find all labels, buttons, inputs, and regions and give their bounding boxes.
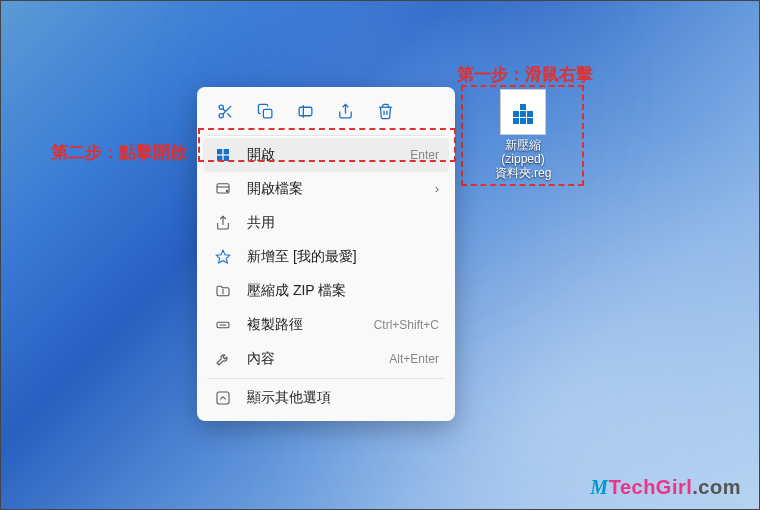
openwith-icon [213, 179, 233, 199]
step2-annotation: 第二步：點擊開啟 [51, 141, 187, 164]
menu-shortcut: Ctrl+Shift+C [374, 318, 439, 332]
svg-point-14 [226, 190, 227, 191]
menu-item-more[interactable]: 顯示其他選項 [203, 381, 449, 415]
menu-label: 新增至 [我的最愛] [247, 248, 439, 266]
copy-button[interactable] [247, 95, 283, 127]
menu-label: 共用 [247, 214, 439, 232]
watermark: MTechGirl.com [590, 476, 741, 499]
menu-item-properties[interactable]: 內容 Alt+Enter [203, 342, 449, 376]
trash-icon [377, 103, 394, 120]
menu-shortcut: Enter [410, 148, 439, 162]
context-menu: 開啟 Enter 開啟檔案 › 共用 新增至 [我的最愛] 壓縮成 ZIP 檔案… [197, 87, 455, 421]
share-icon [337, 103, 354, 120]
desktop-file-reg[interactable]: 新壓縮 (zipped) 資料夾.reg [471, 89, 575, 180]
reg-file-icon [500, 89, 546, 135]
rename-icon [297, 103, 314, 120]
menu-label: 開啟 [247, 146, 410, 164]
svg-line-3 [227, 113, 231, 117]
svg-rect-8 [217, 149, 222, 154]
star-icon [213, 247, 233, 267]
svg-line-4 [222, 108, 225, 111]
svg-rect-6 [299, 107, 312, 116]
context-toolbar [203, 93, 449, 133]
delete-button[interactable] [367, 95, 403, 127]
svg-point-1 [219, 113, 223, 117]
svg-rect-10 [217, 156, 222, 161]
share-menu-icon [213, 213, 233, 233]
folder-zip-icon [213, 281, 233, 301]
menu-label: 複製路徑 [247, 316, 374, 334]
menu-item-copypath[interactable]: 複製路徑 Ctrl+Shift+C [203, 308, 449, 342]
menu-label: 壓縮成 ZIP 檔案 [247, 282, 439, 300]
path-icon [213, 315, 233, 335]
rename-button[interactable] [287, 95, 323, 127]
svg-rect-11 [224, 156, 229, 161]
svg-rect-20 [217, 392, 229, 404]
step1-annotation: 第一步：滑鼠右擊 [457, 63, 593, 86]
menu-label: 開啟檔案 [247, 180, 435, 198]
svg-rect-5 [263, 109, 272, 118]
menu-item-openwith[interactable]: 開啟檔案 › [203, 172, 449, 206]
menu-shortcut: Alt+Enter [389, 352, 439, 366]
file-label: 新壓縮 (zipped) 資料夾.reg [495, 138, 552, 180]
menu-item-favorites[interactable]: 新增至 [我的最愛] [203, 240, 449, 274]
menu-label: 顯示其他選項 [247, 389, 439, 407]
svg-point-0 [219, 105, 223, 109]
copy-icon [257, 103, 274, 120]
more-icon [213, 388, 233, 408]
chevron-right-icon: › [435, 182, 439, 196]
menu-item-zip[interactable]: 壓縮成 ZIP 檔案 [203, 274, 449, 308]
wrench-icon [213, 349, 233, 369]
menu-label: 內容 [247, 350, 389, 368]
menu-item-share[interactable]: 共用 [203, 206, 449, 240]
svg-rect-9 [224, 149, 229, 154]
svg-marker-16 [216, 250, 229, 263]
menu-item-open[interactable]: 開啟 Enter [203, 138, 449, 172]
cut-button[interactable] [207, 95, 243, 127]
share-button[interactable] [327, 95, 363, 127]
divider [207, 378, 445, 379]
scissors-icon [217, 103, 234, 120]
app-icon [213, 145, 233, 165]
divider [207, 135, 445, 136]
